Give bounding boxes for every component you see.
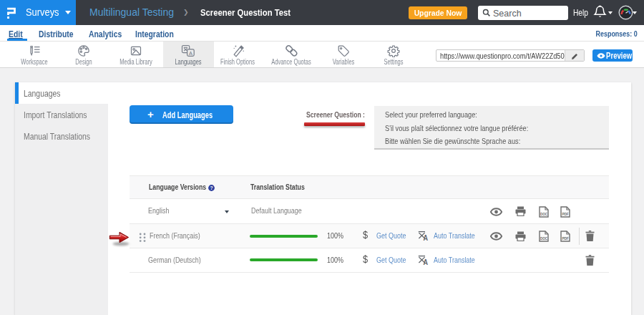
svg-text:A: A: [423, 233, 428, 241]
svg-text:DOC: DOC: [540, 212, 548, 215]
svg-text:PDF: PDF: [562, 212, 569, 215]
svg-text:DOC: DOC: [540, 237, 548, 241]
svg-text:?: ?: [210, 185, 213, 190]
svg-text:PDF: PDF: [562, 237, 569, 241]
svg-text:A: A: [423, 258, 428, 266]
svg-text:A: A: [189, 50, 192, 57]
